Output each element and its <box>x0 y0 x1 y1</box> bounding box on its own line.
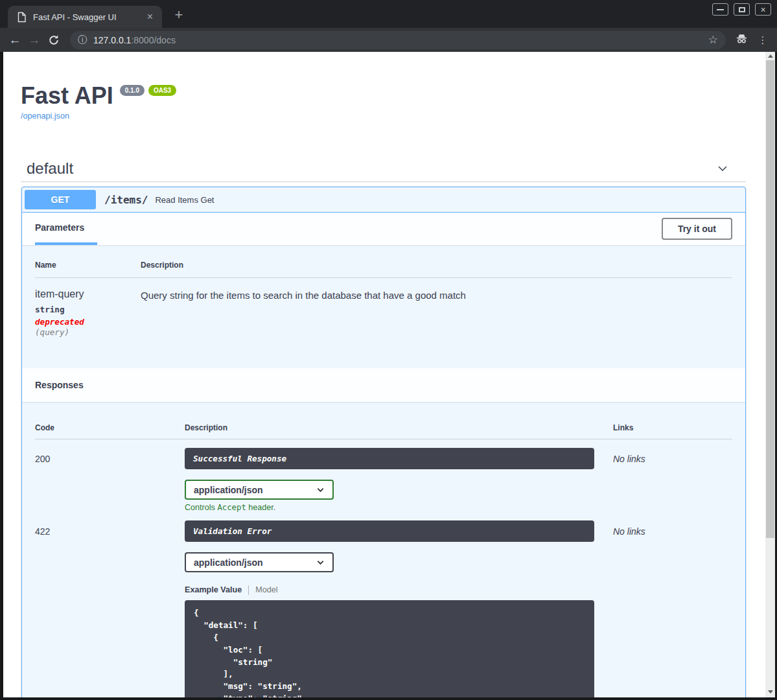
response-code: 422 <box>35 520 185 697</box>
column-header-code: Code <box>35 423 185 432</box>
tab-close-icon[interactable]: × <box>145 11 156 23</box>
parameter-location: (query) <box>35 327 141 337</box>
column-header-links: Links <box>613 423 732 432</box>
response-code: 200 <box>35 448 185 512</box>
parameters-tab-label: Parameters <box>35 222 84 233</box>
response-content-type-select[interactable]: application/json <box>185 552 334 572</box>
close-icon: × <box>760 5 765 14</box>
browser-menu-button[interactable]: ⋮ <box>756 34 769 46</box>
responses-title: Responses <box>35 380 84 390</box>
scrollbar-down-arrow[interactable] <box>765 688 775 696</box>
chevron-down-icon[interactable] <box>716 162 729 175</box>
accept-note-suffix: header. <box>246 503 276 512</box>
version-badge: 0.1.0 <box>120 85 145 96</box>
try-it-out-button[interactable]: Try it out <box>662 218 732 240</box>
reload-button[interactable] <box>44 34 64 46</box>
url-text: 127.0.0.1:8000/docs <box>93 35 708 45</box>
accept-note-code: Accept <box>217 503 246 512</box>
parameter-deprecated-flag: deprecated <box>35 317 141 327</box>
responses-header: Responses <box>22 368 745 402</box>
window-controls: × <box>712 3 771 16</box>
content-type-value: application/json <box>194 557 263 568</box>
back-button[interactable]: ← <box>5 33 25 47</box>
parameters-header: Parameters Try it out <box>22 213 745 245</box>
response-row-422: 422 Validation Error application/json Ex… <box>35 512 732 697</box>
accept-note-prefix: Controls <box>185 503 217 512</box>
content-type-value: application/json <box>194 485 263 495</box>
parameter-row: item-query string deprecated (query) Que… <box>35 278 732 368</box>
url-host: 127.0.0.1 <box>93 35 131 45</box>
response-links: No links <box>613 520 732 697</box>
minimize-button[interactable] <box>712 3 728 16</box>
example-value-tab[interactable]: Example Value <box>185 585 242 594</box>
parameters-table: Name Description item-query string depre… <box>22 245 745 368</box>
close-window-button[interactable]: × <box>755 3 771 16</box>
page-scrollbar[interactable] <box>765 52 775 697</box>
forward-button[interactable]: → <box>25 33 44 47</box>
browser-toolbar: ← → ⓘ 127.0.0.1:8000/docs ☆ ⋮ <box>0 28 777 52</box>
tab-title: Fast API - Swagger UI <box>33 12 145 22</box>
column-header-description: Description <box>185 423 613 432</box>
openapi-json-link[interactable]: /openapi.json <box>21 111 765 121</box>
new-tab-button[interactable]: + <box>170 6 187 23</box>
section-divider <box>21 181 746 182</box>
response-content-type-select[interactable]: application/json <box>185 480 334 500</box>
browser-tab[interactable]: Fast API - Swagger UI × <box>8 6 162 28</box>
response-row-200: 200 Successful Response application/json… <box>35 439 732 512</box>
api-title: Fast API <box>21 82 113 110</box>
operation-description: Read Items Get <box>155 195 214 205</box>
incognito-icon <box>735 33 748 47</box>
get-method-badge: GET <box>25 190 96 209</box>
maximize-button[interactable] <box>734 3 750 16</box>
tag-title[interactable]: default <box>27 159 73 178</box>
column-header-description: Description <box>141 261 183 270</box>
model-tab[interactable]: Model <box>255 585 277 594</box>
parameter-type: string <box>35 305 141 314</box>
parameters-tab: Parameters <box>35 213 97 245</box>
select-chevron-icon <box>316 558 325 566</box>
maximize-icon <box>739 7 745 12</box>
example-model-tabs: Example Value Model <box>185 585 613 595</box>
reload-icon <box>48 34 60 46</box>
swagger-page: Fast API 0.1.0 OAS3 /openapi.json defaul… <box>3 52 775 697</box>
tag-section-header[interactable]: default <box>27 158 746 180</box>
response-description-box: Successful Response <box>185 448 594 469</box>
address-bar[interactable]: ⓘ 127.0.0.1:8000/docs ☆ <box>70 31 726 49</box>
select-chevron-icon <box>316 485 325 494</box>
bookmark-star-icon[interactable]: ☆ <box>708 33 718 47</box>
operation-block-get-items: GET /items/ Read Items Get Parameters Tr… <box>21 187 746 697</box>
scrollbar-up-arrow[interactable] <box>765 52 775 60</box>
oas3-badge: OAS3 <box>148 85 176 96</box>
accept-header-note: Controls Accept header. <box>185 503 613 512</box>
tab-separator <box>248 585 249 595</box>
parameter-description: Query string for the items to search in … <box>141 288 732 368</box>
minimize-icon <box>717 9 724 10</box>
document-icon <box>17 12 27 23</box>
response-description-box: Validation Error <box>185 520 594 542</box>
tab-strip: Fast API - Swagger UI × + × <box>0 0 777 28</box>
scrollbar-thumb[interactable] <box>766 60 774 538</box>
response-links: No links <box>613 448 732 512</box>
column-header-name: Name <box>35 261 141 270</box>
operation-path: /items/ <box>104 194 148 206</box>
responses-table: Code Description Links 200 Successful Re… <box>22 402 745 697</box>
site-info-icon[interactable]: ⓘ <box>78 34 87 46</box>
parameter-name: item-query <box>35 288 141 300</box>
url-path: :8000/docs <box>131 35 176 45</box>
operation-summary-bar[interactable]: GET /items/ Read Items Get <box>22 187 745 213</box>
example-json-code: { "detail": [ { "loc": [ "string" ], "ms… <box>185 600 594 697</box>
